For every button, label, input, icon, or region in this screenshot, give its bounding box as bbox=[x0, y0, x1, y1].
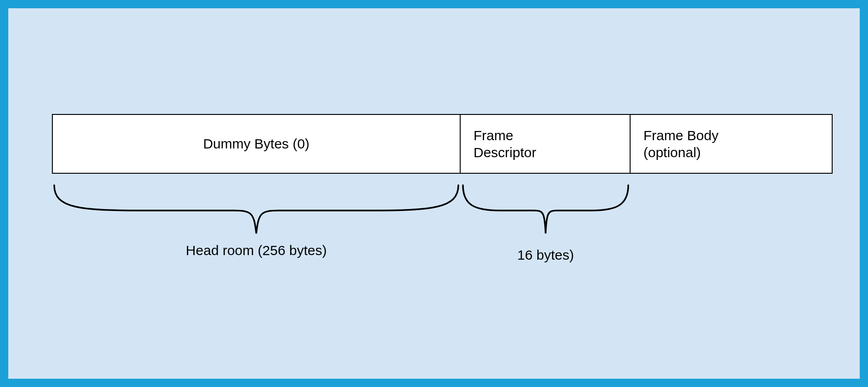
cell-frame-descriptor-label: FrameDescriptor bbox=[473, 127, 536, 161]
cell-frame-descriptor: FrameDescriptor bbox=[461, 114, 631, 174]
brace-headroom bbox=[52, 183, 461, 238]
cell-dummy-bytes-label: Dummy Bytes (0) bbox=[203, 135, 310, 153]
brace-descriptor-size-label: 16 bytes) bbox=[461, 247, 631, 263]
frame-layout-row: Dummy Bytes (0) FrameDescriptor Frame Bo… bbox=[52, 114, 833, 174]
cell-frame-body-label: Frame Body(optional) bbox=[643, 127, 718, 161]
brace-descriptor-size bbox=[461, 183, 631, 238]
cell-frame-body: Frame Body(optional) bbox=[631, 114, 833, 174]
brace-headroom-label: Head room (256 bytes) bbox=[52, 243, 461, 258]
diagram-canvas: Dummy Bytes (0) FrameDescriptor Frame Bo… bbox=[0, 0, 868, 387]
cell-dummy-bytes: Dummy Bytes (0) bbox=[52, 114, 461, 174]
